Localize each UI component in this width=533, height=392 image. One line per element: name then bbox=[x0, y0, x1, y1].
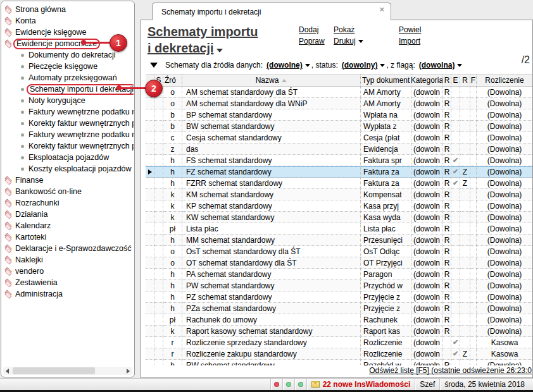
bullet-icon bbox=[21, 145, 24, 148]
column-header-Źró[interactable]: Źró bbox=[163, 74, 182, 87]
table-row[interactable]: kKW schemat standardowyKasa wyda(dowolnR… bbox=[146, 212, 532, 223]
cell-8 bbox=[460, 303, 470, 314]
filter-dropdown[interactable]: (dowolny) bbox=[342, 61, 386, 70]
table-row[interactable]: bBP schemat standardowyWpłata na(dowolnR… bbox=[146, 109, 532, 121]
filter-icon[interactable] bbox=[150, 63, 158, 68]
sidebar-item[interactable]: Konta bbox=[1, 15, 134, 27]
toolbar-link-dodaj[interactable]: Dodaj bbox=[299, 25, 325, 34]
sidebar-subitem[interactable]: Korekty faktur wewnętrznych p bbox=[1, 140, 134, 152]
cell-9 bbox=[470, 87, 477, 98]
cell-4: Rozchód w bbox=[361, 360, 411, 365]
cell-5: (dowoln bbox=[411, 303, 443, 314]
sidebar-item[interactable]: Rozrachunki bbox=[1, 197, 134, 209]
user-cell[interactable]: Szef bbox=[415, 379, 439, 390]
table-row[interactable]: hRW schemat standardowyRozchód w(dowolnR… bbox=[146, 360, 532, 365]
sidebar-item[interactable]: Zestawienia bbox=[1, 277, 134, 288]
sidebar-subitem[interactable]: Pieczęcie księgowe bbox=[1, 61, 134, 72]
reports-icon bbox=[4, 279, 12, 287]
column-header-Nazwa[interactable]: Nazwa bbox=[182, 74, 361, 87]
schemes-table: SŹróNazwaTyp dokumentKategoriaRERFRozlic… bbox=[146, 74, 532, 365]
table-row[interactable]: kRaport kasowy schemat standardowyRaport… bbox=[146, 326, 532, 337]
sidebar-subitem[interactable]: Eksploatacja pojazdów bbox=[1, 152, 134, 163]
column-header-R[interactable]: R bbox=[443, 74, 451, 87]
bullet-icon bbox=[21, 133, 24, 137]
toolbar-link-pokaż[interactable]: Pokaż bbox=[334, 25, 363, 34]
table-row[interactable]: płRachunek do umowyRachunek(dowolnR(Dowo… bbox=[146, 314, 532, 326]
scroll-right-button[interactable] bbox=[124, 367, 132, 375]
column-header-F[interactable]: F bbox=[470, 74, 477, 87]
column-header-E[interactable]: E bbox=[451, 74, 460, 87]
date-cell: środa, 25 kwietnia 2018 bbox=[439, 379, 529, 390]
sidebar-subitem[interactable]: Noty korygujące bbox=[1, 95, 134, 106]
page-title-line1: Schematy importu bbox=[147, 25, 258, 39]
table-row[interactable]: hPZa schemat standardowyPrzyjęcie z(dowo… bbox=[146, 303, 532, 314]
table-row[interactable]: kKP schemat standardowyKasa przyj(dowoln… bbox=[146, 200, 532, 212]
sidebar-item-label: Konta bbox=[15, 15, 36, 27]
table-row[interactable]: oOT schemat standardowy dla ŚTOT Przyjęc… bbox=[146, 257, 532, 269]
sidebar-subitem[interactable]: Faktury wewnętrzne podatku n bbox=[1, 129, 134, 140]
sidebar-item[interactable]: vendero bbox=[1, 266, 134, 277]
cell-2: k bbox=[163, 212, 182, 223]
sidebar-item[interactable]: Administracja bbox=[1, 288, 134, 300]
column-header-Rozliczenie[interactable]: Rozliczenie bbox=[477, 74, 532, 87]
close-icon[interactable]: ✕ bbox=[379, 6, 385, 14]
table-row[interactable]: kKM schemat standardowyKompensat(dowolnR… bbox=[146, 189, 532, 200]
table-row[interactable]: płLista płacLista płac(dowolnR(Dowolna) bbox=[146, 223, 532, 235]
sidebar-subitem[interactable]: Korekty faktur wewnętrznych p bbox=[1, 118, 134, 129]
tab-schematy-importu[interactable]: Schematy importu i dekretacji ✕ bbox=[152, 3, 391, 20]
table-row[interactable]: oAM schemat standardowy dla WNiPAM Amort… bbox=[146, 98, 532, 109]
toolbar-link-powiel[interactable]: Powiel bbox=[399, 25, 421, 34]
toolbar-column-3: PowielImport bbox=[399, 25, 421, 46]
sidebar-subitem[interactable]: Schematy importu i dekretacji bbox=[1, 83, 134, 95]
sidebar-item[interactable]: Naklejki bbox=[1, 254, 134, 266]
page-title[interactable]: Schematy importu i dekretacji bbox=[147, 23, 258, 56]
table-row[interactable]: hFZRR schemat standardowyFaktura za(dowo… bbox=[146, 178, 532, 189]
cell-4: Faktura za bbox=[361, 166, 411, 178]
sidebar-subitem[interactable]: Automaty przeksięgowań bbox=[1, 72, 134, 83]
mail-cell[interactable]: 22 nowe InsWiadomości bbox=[306, 379, 415, 390]
table-row[interactable]: hPZ schemat standardowyPrzyjęcie z(dowol… bbox=[146, 291, 532, 303]
sidebar-item[interactable]: Działania bbox=[1, 209, 134, 220]
table-row[interactable]: oOsT schemat standardowy dla ŚTOsT Odłąc… bbox=[146, 246, 532, 257]
sidebar-item[interactable]: Kalendarz bbox=[1, 220, 134, 231]
cell-9 bbox=[470, 326, 477, 337]
sidebar-subitem[interactable]: Faktury wewnętrzne podatku n bbox=[1, 106, 134, 118]
table-row[interactable]: zdasEwidencja(dowolnR(Dowolna) bbox=[146, 144, 532, 155]
scroll-left-button[interactable] bbox=[3, 367, 11, 375]
table-row[interactable]: oAM schemat standardowy dla ŚTAM Amorty(… bbox=[146, 87, 532, 98]
sidebar-item[interactable]: Bankowość on-line bbox=[1, 186, 134, 197]
sidebar-item[interactable]: Kartoteki bbox=[1, 231, 134, 243]
table-row[interactable]: hFZ schemat standardowyFaktura za(dowoln… bbox=[146, 166, 532, 178]
sidebar-item[interactable]: Deklaracje i e-Sprawozdawczość bbox=[1, 243, 134, 254]
sidebar-subitem[interactable]: Dokumenty do dekretacji bbox=[1, 49, 134, 61]
sidebar-horizontal-scrollbar[interactable] bbox=[3, 367, 132, 375]
toolbar-link-drukuj[interactable]: Drukuj bbox=[334, 37, 363, 46]
table-row[interactable]: rRozliczenie zakupu standardowyRozliczen… bbox=[146, 348, 532, 360]
sidebar-item[interactable]: Finanse bbox=[1, 175, 134, 186]
column-header-R[interactable]: R bbox=[460, 74, 470, 87]
table-row[interactable]: hMM schemat standardowyPrzesunięci(dowol… bbox=[146, 235, 532, 246]
table-row[interactable]: hFS schemat standardowyFaktura spr(dowol… bbox=[146, 155, 532, 166]
cell-9 bbox=[470, 269, 477, 280]
sidebar-subitem[interactable]: Koszty eksploatacji pojazdów bbox=[1, 163, 134, 175]
table-row[interactable]: rRozliczenie sprzedazy standardowyRozlic… bbox=[146, 337, 532, 348]
column-header-Typ dokument[interactable]: Typ dokument bbox=[361, 74, 411, 87]
cell-2: c bbox=[163, 132, 182, 144]
cell-0 bbox=[146, 314, 154, 326]
cell-5: (dowoln bbox=[411, 98, 443, 109]
table-row[interactable]: bBW schemat standardowyWypłata z(dowolnR… bbox=[146, 121, 532, 132]
mail-message[interactable]: 22 nowe InsWiadomości bbox=[323, 380, 411, 389]
cell-5: (dowoln bbox=[411, 87, 443, 98]
table-row[interactable]: hPA schemat standardowyParagon(dowolnR(D… bbox=[146, 269, 532, 280]
toolbar-link-import[interactable]: Import bbox=[399, 37, 421, 46]
sidebar-item[interactable]: Strona główna bbox=[1, 4, 134, 15]
cell-9 bbox=[470, 337, 477, 348]
refresh-list-link[interactable]: Odśwież listę [F5] (ostatnie odświeżenie… bbox=[369, 366, 532, 375]
filter-dropdown[interactable]: (dowolna) bbox=[419, 61, 463, 70]
table-row[interactable]: cCesja schemat standardowyCesja (płat(do… bbox=[146, 132, 532, 144]
scrollbar-thumb[interactable] bbox=[13, 367, 95, 374]
column-header-Kategoria[interactable]: Kategoria bbox=[411, 74, 443, 87]
table-row[interactable]: hPW schemat standardowyPrzychód w(dowoln… bbox=[146, 280, 532, 291]
filter-dropdown[interactable]: (dowolne) bbox=[266, 61, 310, 70]
toolbar-link-popraw[interactable]: Popraw bbox=[299, 37, 325, 46]
